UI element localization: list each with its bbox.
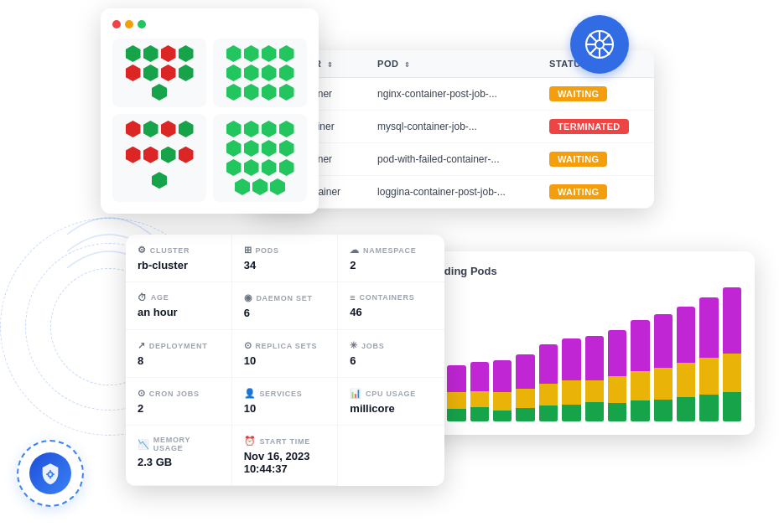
dot-red [112,20,121,28]
cluster-cell: ⚙ CLUSTERrb-cluster [126,235,232,282]
hex-icon [161,121,176,137]
bar-stack [516,354,534,421]
bar-stack [470,362,489,421]
hex-icon [126,147,141,163]
bar-segment-yellow [470,391,489,407]
cluster-cell-label: ⚙ CLUSTER [138,245,220,256]
cluster-cell: ≡ CONTAINERS46 [338,282,444,330]
svg-point-1 [595,40,604,49]
bar-segment-yellow [631,371,649,400]
pod-name: mysql-container-job-... [366,111,538,143]
hex-icon [126,45,141,62]
bar-group [654,287,673,421]
dot-yellow [125,20,133,28]
cluster-cell-label: ↗ DEPLOYMENT [138,340,220,351]
cluster-cell-value: 46 [350,306,433,318]
bar-stack [654,314,673,421]
cluster-cell-value: 10 [244,402,326,415]
bar-group [677,287,695,421]
hex-icon [262,84,277,101]
hex-icon [143,121,158,137]
hex-icon [244,121,259,137]
status-cell: TERMINATED [538,111,654,143]
bar-stack [585,336,604,421]
hex-icon [262,45,277,62]
dot-green [138,20,146,28]
cluster-cell: 👤 SERVICES10 [232,378,339,426]
hex-icon [179,65,194,81]
bar-segment-yellow [447,392,465,409]
bar-segment-green [608,403,626,421]
bar-segment-magenta [470,362,489,391]
bar-stack [677,307,695,421]
hex-icon [279,140,294,157]
cluster-cell-label: ☁ NAMESPACE [350,245,433,256]
hex-icon [279,84,294,101]
cell-icon: ⏱ [138,292,148,302]
shield-badge [17,440,84,507]
hex-grid-card [101,8,319,214]
bar-segment-magenta [631,320,649,371]
bar-stack [699,297,718,421]
bar-segment-yellow [562,380,580,405]
hex-icon [226,159,241,176]
hex-icon [244,159,259,176]
bar-segment-yellow [654,368,673,400]
sort-icon: ⇕ [327,61,334,69]
hex-icon [279,65,294,81]
bar-segment-yellow [493,392,512,411]
chart-title: Pending Pods [424,265,741,277]
bar-segment-magenta [723,287,741,354]
bar-segment-green [585,402,604,421]
status-cell: WAITING [538,176,654,209]
hex-icon [262,65,277,81]
bar-segment-yellow [723,354,741,393]
cell-icon: ☁ [350,245,360,256]
hex-icon [143,65,158,81]
cluster-grid: ⚙ CLUSTERrb-cluster⊞ PODS34☁ NAMESPACE2⏱… [126,235,444,486]
cluster-cell-value: 8 [138,354,220,367]
bar-stack [447,365,465,421]
cell-icon: ⊙ [138,388,146,399]
cell-icon: 👤 [244,388,257,399]
bar-segment-magenta [585,336,604,380]
svg-point-11 [49,473,52,476]
bar-group [608,287,626,421]
bar-segment-green [677,397,695,421]
hex-cell-4 [213,114,307,202]
bar-group [470,287,489,421]
pod-name: nginx-container-post-job-... [366,78,538,111]
hex-icon [126,121,141,137]
svg-line-6 [589,34,596,41]
bar-segment-yellow [699,358,718,395]
bar-group [562,287,580,421]
hex-icon [179,121,194,137]
status-cell: WAITING [538,78,654,111]
kubernetes-logo [570,15,629,74]
hex-icon [252,178,267,195]
cell-icon: 📊 [350,388,362,399]
cluster-cell-label: ⊞ PODS [244,245,326,256]
hex-icon [279,45,294,62]
bar-segment-green [562,405,580,421]
status-cell: WAITING [538,143,654,176]
hex-icon [179,147,194,163]
status-badge: WAITING [549,184,607,199]
bar-group [493,287,512,421]
status-badge: WAITING [549,86,607,101]
bar-segment-yellow [585,380,604,402]
status-badge: TERMINATED [549,119,629,134]
hex-icon [226,84,241,101]
cluster-cell-label: 📉 MEMORY USAGE [138,436,220,452]
cluster-cell: ⊙ CRON JOBS2 [126,378,232,426]
bar-segment-magenta [608,330,626,376]
cluster-cell-label: ⊙ CRON JOBS [138,388,220,399]
cluster-cell-label: ≡ CONTAINERS [350,292,433,302]
bar-segment-yellow [539,384,558,405]
hex-icon [152,84,167,101]
col-pod[interactable]: POD ⇕ [366,50,538,78]
bar-segment-green [699,395,718,421]
cluster-cell-value: 2.3 GB [138,456,220,468]
cluster-cell-label: 📊 CPU USAGE [350,388,433,399]
cluster-cell-label: ✳ JOBS [350,340,433,351]
